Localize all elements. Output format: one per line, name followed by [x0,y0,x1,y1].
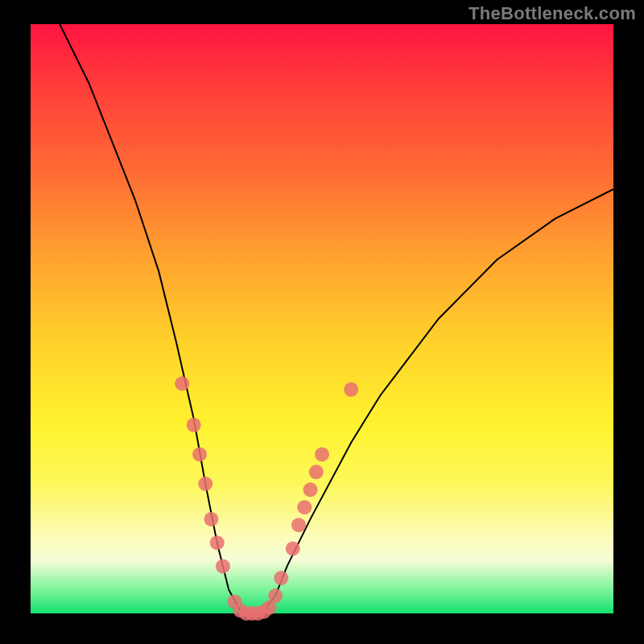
highlight-dot [216,559,230,573]
chart-stage: TheBottleneck.com [0,0,644,644]
highlight-dot [309,464,324,479]
highlight-dots [31,24,613,613]
highlight-dot [315,447,329,461]
highlight-dot [344,382,358,397]
highlight-dot [286,542,300,556]
plot-area [31,24,613,613]
watermark-text: TheBottleneck.com [469,3,636,24]
highlight-dot [297,500,312,514]
highlight-dot [268,588,283,603]
highlight-dot [175,377,189,391]
highlight-dot [198,477,213,491]
highlight-dot [192,447,207,461]
highlight-dot [187,418,201,432]
highlight-dot [291,518,306,532]
highlight-dot [303,482,318,497]
highlight-dot [204,512,218,526]
highlight-dot [210,535,225,550]
highlight-dot [274,571,288,585]
